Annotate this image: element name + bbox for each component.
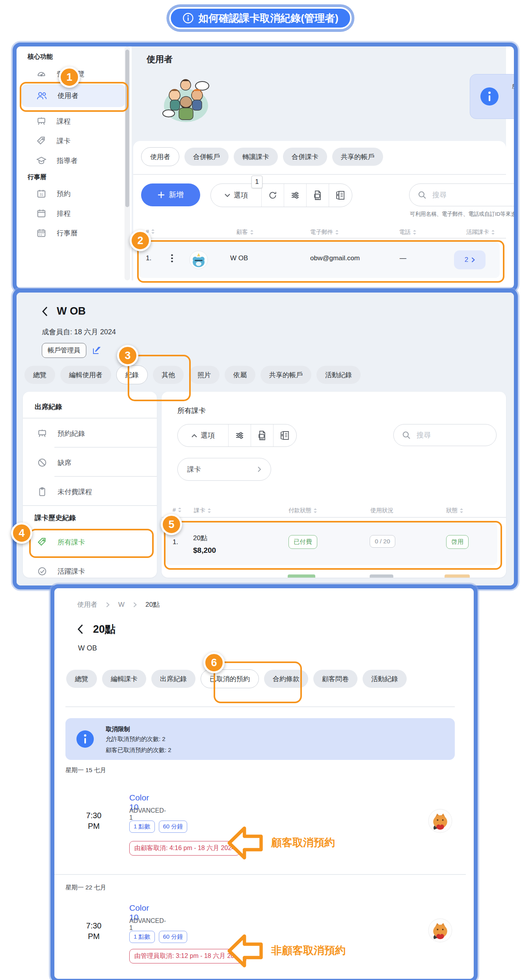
next-row-badge-fragment: [445, 574, 470, 578]
search-input[interactable]: [432, 191, 514, 200]
tab-photos[interactable]: 照片: [189, 366, 220, 384]
tab-overview[interactable]: 總覽: [66, 670, 97, 688]
options-count-badge: 1: [251, 176, 262, 188]
tab-edit-pass[interactable]: 編輯課卡: [102, 670, 146, 688]
sidebar-item-schedule[interactable]: 排程: [36, 205, 71, 222]
tab-users[interactable]: 使用者: [141, 147, 179, 166]
col-header-pass[interactable]: 課卡: [194, 507, 211, 514]
export-csv-button[interactable]: [307, 184, 329, 207]
col-header-customer[interactable]: 顧客: [236, 228, 254, 236]
user-detail-tabs: 總覽 編輯使用者 紀錄 其他 照片 依屬 共享的帳戶 活動紀錄: [24, 365, 361, 384]
col-header-active-passes[interactable]: 活躍課卡: [466, 228, 495, 236]
tutorial-title: 如何確認課卡取消紀錄(管理者): [198, 11, 338, 25]
divider: [133, 174, 506, 175]
sidebar-item-instructors[interactable]: 指導者: [36, 152, 78, 169]
sidebar-scrollbar-thumb[interactable]: [125, 50, 129, 207]
options-label: 選項: [234, 191, 248, 200]
sidebar-item-passes[interactable]: 課卡: [36, 132, 71, 150]
menu-item-absences[interactable]: 缺席: [37, 454, 71, 471]
tab-merge-passes[interactable]: 合併課卡: [283, 148, 327, 166]
info-icon: [480, 87, 499, 106]
callout-step-5: 5: [161, 514, 182, 535]
sliders-icon: [290, 191, 300, 200]
booking-chips: 1 點數 60 分鐘: [129, 821, 187, 833]
file-excel-icon: [280, 430, 290, 441]
calendar-grid-icon: [36, 228, 47, 238]
easel-icon: [36, 116, 47, 126]
options-button[interactable]: 選項: [178, 424, 229, 446]
sidebar-scrollbar-track: [125, 46, 130, 280]
file-csv-icon: [313, 190, 322, 200]
tab-customer-survey[interactable]: 顧客問卷: [313, 670, 357, 688]
tab-attendance-records[interactable]: 出席紀錄: [151, 670, 195, 688]
panel3-content: 使用者 W 20點 20點 W OB 總覽 編輯課卡 出席紀錄 已取消的預約 合…: [54, 588, 474, 979]
sort-icon: [250, 230, 254, 235]
menu-item-booking-records[interactable]: 預約紀錄: [37, 425, 85, 442]
callout-step-6: 6: [203, 652, 225, 673]
infobox-line2: 顧客已取消預約的次數: 2: [106, 747, 171, 754]
tab-transfer-passes[interactable]: 轉讓課卡: [234, 148, 278, 166]
col-header-index[interactable]: #: [173, 507, 182, 513]
sidebar-item-label: 指導者: [57, 156, 78, 165]
pass-filter-chip[interactable]: 課卡: [177, 458, 271, 481]
user-name-title: W OB: [57, 305, 86, 317]
col-header-payment[interactable]: 付款狀態: [288, 507, 317, 514]
add-button[interactable]: 新增: [141, 183, 200, 206]
breadcrumb: 使用者 W 20點: [77, 600, 160, 609]
all-passes-title: 所有課卡: [177, 406, 206, 415]
col-header-usage[interactable]: 使用狀況: [370, 507, 393, 514]
next-row-badge-fragment: [370, 574, 393, 578]
tab-shared-accounts[interactable]: 共享的帳戶: [332, 148, 383, 166]
callout-step-1: 1: [59, 67, 80, 88]
gauge-icon: [36, 69, 47, 79]
annotation-arrow-left-icon: [227, 824, 264, 861]
annotation-customer-cancel: 顧客取消預約: [271, 836, 335, 850]
info-icon: [76, 730, 94, 748]
menu-item-active-passes[interactable]: 活躍課卡: [37, 563, 85, 578]
pass-filter-label: 課卡: [187, 465, 201, 474]
users-stats-card: 所有使用者 63 顧客 54: [470, 74, 514, 119]
passes-search-bar: [393, 424, 497, 446]
export-csv-button[interactable]: [251, 424, 274, 446]
highlight-ring-step4: [29, 529, 154, 558]
booking-chips: 1 點數 60 分鐘: [129, 931, 187, 943]
plus-icon: [158, 191, 165, 198]
next-row-badge-fragment: [288, 574, 315, 578]
filter-button[interactable]: [284, 184, 307, 207]
back-icon[interactable]: [77, 624, 84, 634]
tab-dependents[interactable]: 依屬: [225, 366, 255, 384]
sidebar-item-bookings[interactable]: 31 預約: [36, 185, 71, 202]
sidebar-item-label: 行事曆: [57, 228, 78, 238]
tab-edit-user[interactable]: 編輯使用者: [60, 366, 111, 384]
tab-overview[interactable]: 總覽: [24, 366, 55, 384]
back-icon[interactable]: [42, 306, 48, 317]
booking-class-level: ADVANCED-1: [129, 917, 166, 932]
export-excel-button[interactable]: [274, 424, 296, 446]
sidebar-item-classes[interactable]: 課程: [36, 113, 71, 130]
instructor-avatar: [428, 918, 452, 943]
callout-step-2: 2: [130, 230, 151, 251]
pass-title: 20點: [93, 622, 115, 636]
pass-owner: W OB: [78, 644, 97, 652]
tab-activity-log[interactable]: 活動紀錄: [316, 366, 361, 384]
tab-merge-accounts[interactable]: 合併帳戶: [184, 148, 229, 166]
col-header-email[interactable]: 電子郵件: [310, 228, 339, 236]
passes-search-input[interactable]: [416, 431, 488, 440]
filter-button[interactable]: [229, 424, 251, 446]
breadcrumb-user[interactable]: W: [118, 601, 125, 609]
refresh-icon: [268, 191, 277, 200]
menu-item-unpaid-classes[interactable]: 未付費課程: [37, 483, 92, 500]
tab-shared-accounts[interactable]: 共享的帳戶: [260, 366, 311, 384]
col-header-phone[interactable]: 電話: [399, 228, 417, 236]
menu-item-label: 未付費課程: [58, 487, 92, 496]
tab-activity-log[interactable]: 活動紀錄: [363, 670, 407, 688]
panel2-content: W OB 成會員自: 18 六月 2024 帳戶管理員 總覽 編輯使用者 紀錄 …: [17, 293, 514, 585]
sidebar-item-calendar[interactable]: 行事曆: [36, 224, 78, 242]
screenshot-panel-cancelled-bookings: 使用者 W 20點 20點 W OB 總覽 編輯課卡 出席紀錄 已取消的預約 合…: [50, 584, 478, 980]
divider: [23, 418, 157, 419]
breadcrumb-users[interactable]: 使用者: [77, 600, 97, 609]
refresh-button[interactable]: [262, 184, 284, 207]
edit-icon[interactable]: [92, 346, 101, 355]
col-header-status[interactable]: 狀態: [446, 507, 463, 514]
export-excel-button[interactable]: [329, 184, 352, 207]
